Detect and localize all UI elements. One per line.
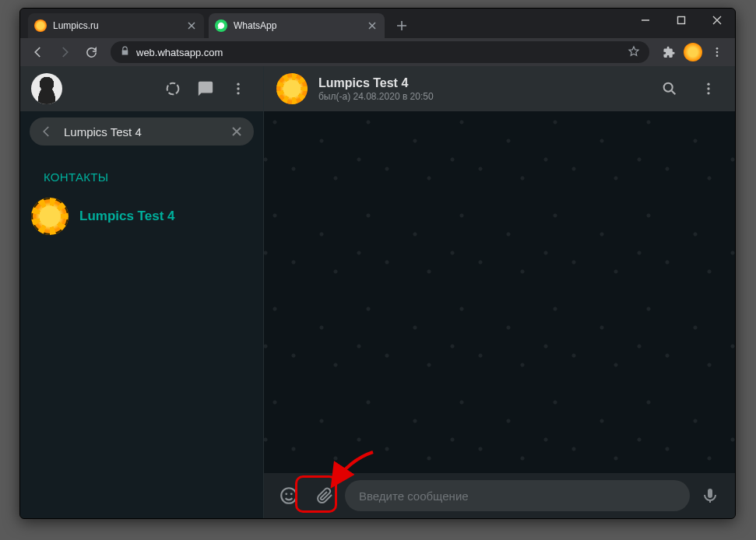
svg-point-4 (167, 83, 179, 95)
chat-title: Lumpics Test 4 (318, 76, 434, 90)
chat-search-icon[interactable] (656, 75, 684, 103)
mic-icon[interactable] (694, 480, 726, 511)
forward-button[interactable] (53, 40, 76, 64)
svg-point-6 (237, 87, 239, 89)
bookmark-star-icon[interactable] (628, 45, 640, 60)
chat-wallpaper (264, 111, 735, 473)
emoji-icon[interactable] (273, 480, 304, 511)
tab-lumpics[interactable]: Lumpics.ru (28, 13, 204, 38)
tab-close-icon[interactable] (366, 19, 378, 32)
lock-icon (120, 46, 130, 58)
profile-avatar[interactable] (31, 73, 62, 104)
chat-header[interactable]: Lumpics Test 4 был(-а) 24.08.2020 в 20:5… (264, 66, 735, 111)
svg-point-1 (716, 47, 719, 50)
window-controls (628, 9, 735, 32)
wallpaper-pattern (264, 111, 735, 473)
svg-rect-15 (708, 489, 712, 498)
svg-point-10 (707, 87, 709, 89)
contact-name: Lumpics Test 4 (79, 209, 175, 224)
tab-title: WhatsApp (234, 20, 366, 31)
tab-whatsapp[interactable]: WhatsApp (209, 13, 385, 38)
reload-button[interactable] (79, 40, 103, 64)
search-clear-icon[interactable] (227, 126, 246, 137)
new-chat-icon[interactable] (192, 75, 220, 103)
search-container: Lumpics Test 4 (20, 111, 263, 150)
svg-point-14 (290, 493, 293, 495)
close-button[interactable] (699, 9, 735, 32)
svg-point-3 (716, 54, 719, 57)
svg-point-2 (716, 51, 719, 54)
maximize-button[interactable] (663, 9, 699, 32)
whatsapp-app: Lumpics Test 4 КОНТАКТЫ Lumpics Test 4 L… (20, 66, 735, 518)
svg-point-8 (664, 83, 673, 92)
tab-close-icon[interactable] (185, 19, 198, 32)
svg-point-5 (237, 83, 239, 86)
browser-toolbar: web.whatsapp.com (20, 38, 735, 66)
section-label-contacts: КОНТАКТЫ (20, 150, 263, 190)
svg-rect-0 (678, 17, 685, 24)
favicon-lumpics-icon (34, 19, 47, 32)
extensions-button[interactable] (657, 40, 680, 64)
status-icon[interactable] (159, 75, 187, 103)
browser-menu-button[interactable] (705, 40, 729, 64)
favicon-whatsapp-icon (215, 19, 227, 32)
search-input[interactable]: Lumpics Test 4 (56, 125, 227, 139)
browser-window: Lumpics.ru WhatsApp web.whatsapp.com (19, 8, 736, 519)
svg-point-7 (237, 92, 239, 94)
url-text: web.whatsapp.com (136, 47, 628, 58)
address-bar[interactable]: web.whatsapp.com (111, 41, 649, 63)
sidebar: Lumpics Test 4 КОНТАКТЫ Lumpics Test 4 (20, 66, 264, 518)
contact-avatar (31, 198, 69, 235)
svg-point-13 (285, 493, 287, 495)
compose-bar (264, 473, 735, 518)
message-input[interactable] (357, 489, 677, 503)
minimize-button[interactable] (628, 9, 663, 32)
search-back-icon[interactable] (37, 124, 56, 139)
new-tab-button[interactable] (391, 15, 413, 37)
sidebar-header (20, 66, 263, 111)
chat-avatar (276, 73, 308, 104)
chat-menu-icon[interactable] (694, 75, 723, 103)
search-bar[interactable]: Lumpics Test 4 (30, 117, 254, 146)
chat-info: Lumpics Test 4 был(-а) 24.08.2020 в 20:5… (318, 76, 434, 102)
attach-icon[interactable] (309, 480, 340, 511)
sidebar-menu-icon[interactable] (224, 75, 252, 103)
tab-title: Lumpics.ru (53, 20, 185, 31)
chat-last-seen: был(-а) 24.08.2020 в 20:50 (318, 91, 434, 102)
chat-panel: Lumpics Test 4 был(-а) 24.08.2020 в 20:5… (264, 66, 735, 518)
profile-avatar[interactable] (684, 43, 702, 61)
svg-point-12 (281, 488, 297, 503)
contact-row[interactable]: Lumpics Test 4 (20, 190, 263, 243)
svg-point-9 (707, 83, 709, 86)
svg-point-11 (707, 92, 709, 94)
back-button[interactable] (26, 40, 50, 64)
message-input-wrapper (345, 480, 690, 511)
